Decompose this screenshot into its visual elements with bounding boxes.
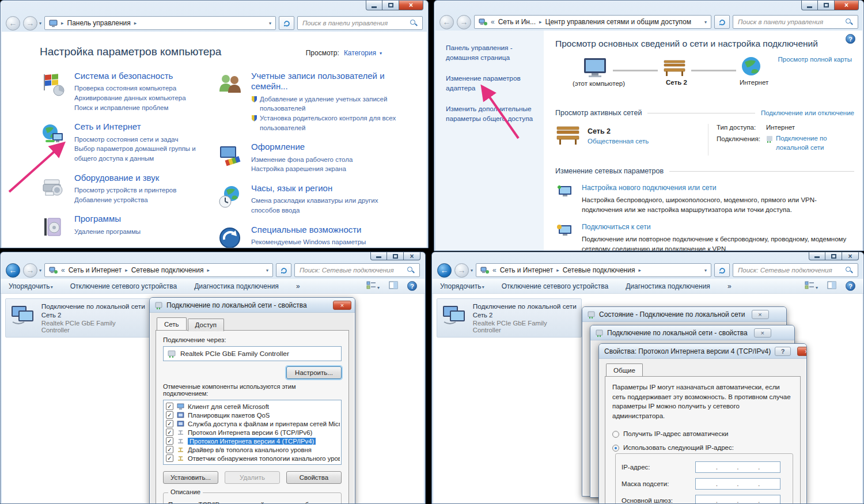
- maximize-button[interactable]: [382, 1, 399, 10]
- checkbox-checked[interactable]: ✓: [166, 420, 173, 427]
- list-item[interactable]: ✓ Клиент для сетей Microsoft: [165, 402, 340, 411]
- radio-auto-ip[interactable]: Получить IP-адрес автоматически: [612, 430, 793, 438]
- help-button[interactable]: ?: [846, 281, 855, 291]
- category-link[interactable]: Удаление программы: [74, 227, 141, 237]
- category-link[interactable]: Проверка состояния компьютера: [74, 84, 186, 93]
- list-item-selected[interactable]: ✓ Протокол Интернета версии 4 (TCP/IPv4): [165, 437, 340, 445]
- category-link[interactable]: Добавление устройства: [74, 195, 176, 205]
- close-button[interactable]: ×: [797, 347, 806, 356]
- category-title[interactable]: Программы: [74, 214, 141, 224]
- help-button[interactable]: ?: [407, 281, 417, 291]
- components-list[interactable]: ✓ Клиент для сетей Microsoft ✓ Планировщ…: [163, 400, 342, 465]
- category-link[interactable]: Поиск и исправление проблем: [74, 103, 186, 113]
- breadcrumb-current[interactable]: Центр управления сетями и общим доступом: [545, 18, 692, 26]
- address-bar[interactable]: « Сеть и Интернет ▸ Сетевые подключения …: [476, 263, 711, 277]
- list-item[interactable]: ✓ Драйвер в/в тополога канального уровня: [165, 445, 340, 454]
- configure-button[interactable]: Настроить...: [286, 366, 342, 379]
- views-button[interactable]: ▾: [366, 281, 380, 291]
- category-title[interactable]: Специальные возможности: [251, 225, 367, 235]
- recent-pages-dropdown[interactable]: ▾: [39, 268, 41, 273]
- sidebar-item-home[interactable]: Панель управления - домашняя страница: [446, 43, 532, 62]
- forward-button[interactable]: →: [457, 15, 471, 29]
- lan-connection-item[interactable]: Подключение по локальной сети Сеть 2 Rea…: [5, 298, 150, 338]
- forward-button[interactable]: →: [23, 263, 37, 278]
- radio-manual-ip[interactable]: Использовать следующий IP-адрес:: [612, 444, 793, 452]
- tab-sharing[interactable]: Доступ: [188, 319, 224, 331]
- preview-pane-button[interactable]: [389, 281, 398, 291]
- category-link[interactable]: Просмотр состояния сети и задач: [74, 135, 217, 145]
- address-dropdown[interactable]: ▾: [704, 20, 707, 25]
- breadcrumb-current[interactable]: Сетевые подключения: [563, 266, 635, 274]
- properties-button[interactable]: Свойства: [286, 471, 342, 484]
- refresh-button[interactable]: [714, 263, 730, 277]
- disable-device-button[interactable]: Отключение сетевого устройства: [502, 282, 608, 290]
- task-title-link[interactable]: Настройка нового подключения или сети: [582, 184, 854, 192]
- view-by-dropdown[interactable]: Категория: [344, 49, 376, 57]
- breadcrumb-current[interactable]: Сетевые подключения: [131, 266, 204, 274]
- connection-link[interactable]: Подключение по локальной сети: [766, 134, 852, 152]
- category-title[interactable]: Оформление: [251, 142, 353, 152]
- crumb-overflow[interactable]: «: [492, 266, 497, 274]
- breadcrumb-network-internet[interactable]: Сеть и Интернет: [69, 266, 122, 274]
- minimize-button[interactable]: [801, 1, 818, 10]
- category-title[interactable]: Учетные записи пользователей и семейн...: [251, 71, 401, 92]
- diagnose-button[interactable]: Диагностика подключения: [626, 282, 710, 290]
- checkbox-checked[interactable]: ✓: [166, 411, 173, 419]
- organize-menu[interactable]: Упорядочить ▾: [440, 282, 484, 290]
- organize-menu[interactable]: Упорядочить ▾: [9, 282, 53, 290]
- close-button[interactable]: ×: [752, 310, 769, 319]
- category-link[interactable]: Выбор параметров домашней группы и общег…: [74, 144, 217, 163]
- sidebar-item-adapter-settings[interactable]: Изменение параметров адаптера: [446, 74, 532, 93]
- minimize-button[interactable]: [370, 252, 387, 260]
- list-item[interactable]: ✓ Планировщик пакетов QoS: [165, 411, 340, 419]
- network-type-link[interactable]: Общественная сеть: [588, 138, 649, 145]
- uninstall-button[interactable]: Удалить: [225, 471, 280, 484]
- address-bar[interactable]: ▸ Панель управления ▸ ▾: [44, 16, 276, 30]
- breadcrumb-network-internet[interactable]: Сеть и Интернет: [500, 266, 553, 274]
- category-link[interactable]: Оптимизация изображения на экране: [251, 247, 367, 248]
- checkbox-checked[interactable]: ✓: [166, 437, 173, 445]
- preview-pane-button[interactable]: [827, 281, 836, 291]
- gateway-input[interactable]: . . .: [695, 495, 780, 503]
- diagnose-button[interactable]: Диагностика подключения: [194, 282, 279, 290]
- help-button[interactable]: ?: [846, 34, 855, 44]
- disable-device-button[interactable]: Отключение сетевого устройства: [70, 282, 177, 290]
- list-item[interactable]: ✓ Ответчик обнаружения топологии канальн…: [165, 454, 340, 463]
- close-button[interactable]: ×: [835, 1, 859, 10]
- close-button[interactable]: ×: [333, 301, 351, 310]
- checkbox-checked[interactable]: ✓: [166, 446, 173, 453]
- forward-button[interactable]: →: [23, 16, 37, 31]
- maximize-button[interactable]: [387, 252, 404, 260]
- views-button[interactable]: ▾: [805, 281, 818, 291]
- checkbox-checked[interactable]: ✓: [166, 429, 173, 436]
- close-button[interactable]: ×: [842, 252, 859, 260]
- address-dropdown[interactable]: ▾: [266, 268, 268, 273]
- connect-disconnect-link[interactable]: Подключение или отключение: [761, 109, 854, 116]
- category-title[interactable]: Оборудование и звук: [74, 173, 176, 183]
- maximize-button[interactable]: [825, 252, 842, 260]
- tab-general[interactable]: Общие: [606, 363, 643, 376]
- recent-pages-dropdown[interactable]: ▾: [471, 268, 473, 273]
- install-button[interactable]: Установить...: [163, 471, 218, 484]
- category-link[interactable]: Смена раскладки клавиатуры или других сп…: [251, 196, 395, 215]
- task-title-link[interactable]: Подключиться к сети: [582, 223, 854, 231]
- context-help-button[interactable]: ?: [775, 347, 791, 356]
- search-input[interactable]: Поиск: Сетевые подключения: [294, 263, 420, 277]
- category-link[interactable]: Просмотр устройств и принтеров: [74, 185, 176, 195]
- tab-network[interactable]: Сеть: [157, 317, 187, 330]
- back-button[interactable]: ←: [437, 263, 452, 278]
- category-link[interactable]: Установка родительского контроля для все…: [251, 113, 407, 132]
- crumb-overflow[interactable]: «: [61, 266, 65, 274]
- subnet-mask-input[interactable]: . . .: [695, 478, 780, 490]
- back-button[interactable]: ←: [6, 16, 20, 31]
- lan-connection-item[interactable]: Подключение по локальной сети Сеть 2 Rea…: [437, 298, 582, 338]
- crumb-overflow[interactable]: «: [491, 18, 495, 26]
- maximize-button[interactable]: [818, 1, 835, 10]
- category-link[interactable]: Рекомендуемые Windows параметры: [251, 237, 367, 247]
- address-bar[interactable]: « Сеть и Интернет ▸ Сетевые подключения …: [44, 263, 273, 277]
- address-dropdown[interactable]: ▾: [704, 268, 707, 273]
- search-input[interactable]: Поиск в панели управления: [733, 15, 858, 29]
- category-link[interactable]: Добавление и удаление учетных записей по…: [251, 94, 407, 113]
- address-dropdown[interactable]: ▾: [269, 21, 271, 26]
- list-item[interactable]: ✓ Служба доступа к файлам и принтерам се…: [165, 419, 340, 428]
